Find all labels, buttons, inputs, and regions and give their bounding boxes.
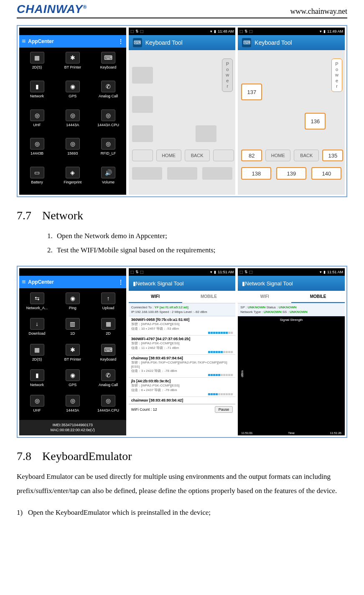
key-138[interactable]: 138 — [241, 167, 271, 180]
app-volume[interactable]: 🔊Volume — [90, 167, 126, 191]
app-2ds[interactable]: ▦2D(S) — [19, 344, 55, 364]
network-title-bar: ▮ Network Signal Tool — [129, 276, 236, 291]
app-network[interactable]: ▮Network — [19, 369, 55, 390]
key-slot[interactable] — [202, 167, 232, 180]
status-bar — [19, 28, 126, 35]
app-battery[interactable]: ▭Battery — [19, 167, 55, 191]
app-keyboard[interactable]: ⌨Keyboard — [90, 52, 126, 76]
key-slot[interactable] — [132, 67, 153, 84]
power-button[interactable]: Power — [331, 58, 342, 92]
section-7-8-paragraph: Keyboard Emulator can be used directly f… — [17, 470, 347, 498]
keyboard-title: Keyboard Tool — [145, 39, 183, 46]
key-135[interactable]: 135 — [322, 150, 343, 161]
key-slot[interactable] — [167, 167, 197, 180]
app-download[interactable]: ↓Download — [19, 318, 55, 338]
app-14443a[interactable]: ◎14443A — [55, 395, 90, 415]
key-136[interactable]: 136 — [305, 113, 326, 130]
app-grid: ⇆Network_A... ◉Ping ↑Upload ↓Download ▥1… — [19, 288, 126, 420]
key-slot[interactable] — [132, 167, 162, 180]
app-grid: ▦2D(S) ✱BT Printer ⌨Keyboard ▮Network ◉G… — [19, 48, 126, 195]
wifi-item[interactable]: chainway [38:83:45:97:84:64] 加密：[WPA-PSK… — [129, 355, 236, 378]
hamburger-icon[interactable]: ≡ — [22, 38, 25, 45]
keyboard-title-bar: ⌨ Keyboard Tool — [129, 35, 236, 50]
battery-icon: ▮ — [323, 29, 326, 33]
app-uhf[interactable]: ◎UHF — [19, 395, 55, 415]
wifi-list[interactable]: 360WiFi-0958 [f0:7b:cb:a1:51:60] 加密：[WPA… — [129, 316, 236, 404]
app-2ds[interactable]: ▦2D(S) — [19, 52, 55, 76]
power-button[interactable]: Power — [222, 58, 233, 92]
app-14443b[interactable]: ◎14443B — [19, 138, 55, 162]
keyboard-tool-empty: ⬚⇅⬚ ▾▮ 11:48 AM ⌨ Keyboard Tool Power HO… — [129, 28, 236, 195]
wifi-icon: ▾ — [320, 270, 322, 274]
app-14443acpu[interactable]: ◎14443A CPU — [90, 395, 126, 415]
app-analogcall[interactable]: ✆Analog Call — [90, 369, 126, 390]
wifi-connection-info: Connected To : YF [ac:f1:df:a5:12:a0] IP… — [129, 303, 236, 316]
step-item: Open the Network demo in Appcenter; — [54, 229, 347, 243]
key-slot[interactable] — [213, 150, 234, 161]
network-tabs: WIFI MOBILE — [129, 291, 236, 303]
overflow-icon[interactable]: ⋮ — [118, 38, 124, 45]
key-slot[interactable] — [132, 96, 153, 113]
wifi-item[interactable]: 360WiFi-0958 [f0:7b:cb:a1:51:60] 加密：[WPA… — [129, 316, 236, 336]
key-slot[interactable] — [132, 150, 153, 161]
keyboard-title-bar: ⌨ Keyboard Tool — [238, 35, 345, 50]
app-network[interactable]: ▮Network — [19, 81, 55, 104]
section-title: KeyboardEmulator — [42, 450, 132, 463]
app-keyboard[interactable]: ⌨Keyboard — [90, 344, 126, 364]
wifi-item[interactable]: jls [44:2b:03:8b:3e:8c] 加密：[WPA2-PSK-CCM… — [129, 378, 236, 397]
app-btprinter[interactable]: ✱BT Printer — [55, 344, 90, 364]
wifi-item[interactable]: chainwav [38:83:45:80:b6:42] — [129, 397, 236, 404]
app-fingerprint[interactable]: ◈Fingerprint — [55, 167, 90, 191]
tab-wifi[interactable]: WIFI — [129, 291, 182, 303]
section-number: 7.7 — [17, 209, 39, 222]
network-app-icon: ▮ — [133, 280, 136, 287]
app-ping[interactable]: ◉Ping — [55, 292, 90, 313]
app-analogcall[interactable]: ✆Analog Call — [90, 81, 126, 104]
appcenter-screenshot-2: ≡ AppCenter ⋮ ⇆Network_A... ◉Ping ↑Uploa… — [19, 268, 126, 435]
app-networka[interactable]: ⇆Network_A... — [19, 292, 55, 313]
pause-button[interactable]: Pause — [215, 406, 233, 413]
keyboard-tool-codes: ⬚⇅⬚ ▾▮ 11:49 AM ⌨ Keyboard Tool Power 13… — [238, 28, 345, 195]
wifi-footer: WiFi Count : 12 Pause — [129, 404, 236, 414]
back-button[interactable]: BACK — [185, 150, 210, 161]
appcenter-title: AppCenter — [28, 279, 53, 285]
keyboard-body: Power 137 136 82 HOME BACK 135 138 139 1… — [238, 50, 345, 195]
status-bar: ⬚⇅⬚ ▾▮ 11:49 AM — [238, 28, 345, 35]
tab-mobile[interactable]: MOBILE — [182, 291, 236, 303]
app-upload[interactable]: ↑Upload — [90, 292, 126, 313]
app-uhf[interactable]: ◎UHF — [19, 109, 55, 133]
app-14443acpu[interactable]: ◎14443A CPU — [90, 109, 126, 133]
key-140[interactable]: 140 — [311, 167, 341, 180]
key-137[interactable]: 137 — [241, 84, 262, 100]
key-slot[interactable] — [132, 125, 153, 142]
app-gps[interactable]: ◉GPS — [55, 369, 90, 390]
battery-icon: ▮ — [214, 270, 216, 274]
mac-text: MAC:00:08:22:00:42:0e(√) — [22, 427, 124, 433]
logo-text: CHAINWAY — [17, 3, 83, 15]
home-button[interactable]: HOME — [156, 150, 181, 161]
key-139[interactable]: 139 — [276, 167, 306, 180]
app-btprinter[interactable]: ✱BT Printer — [55, 52, 90, 76]
chart-xaxis: 11:51:01 Time 11:51:26 — [238, 431, 345, 435]
app-14443a[interactable]: ◎14443A — [55, 109, 90, 133]
key-slot[interactable] — [196, 125, 216, 142]
chart-body: dBm — [238, 323, 345, 431]
key-82[interactable]: 82 — [241, 150, 262, 161]
hamburger-icon[interactable]: ≡ — [22, 278, 25, 286]
app-2d[interactable]: ▦2D — [90, 318, 126, 338]
status-bar: ⬚⇅⬚ ▾▮ 11:51 AM — [238, 268, 345, 276]
imei-text: IMEI:353471044960173 — [22, 422, 124, 428]
app-15693[interactable]: ◎15693 — [55, 138, 90, 162]
app-rfidlf[interactable]: ◎RFID_LF — [90, 138, 126, 162]
tab-mobile[interactable]: MOBILE — [291, 291, 345, 303]
app-gps[interactable]: ◉GPS — [55, 81, 90, 104]
appcenter-title-bar: ≡ AppCenter ⋮ — [19, 35, 126, 48]
app-1d[interactable]: ▥1D — [55, 318, 90, 338]
wifi-icon: ▾ — [320, 29, 322, 33]
overflow-icon[interactable]: ⋮ — [118, 279, 124, 285]
mobile-status-info: SP : UNKNOWN Status : UNKNOWN Network Ty… — [238, 303, 345, 316]
back-button[interactable]: BACK — [294, 150, 319, 161]
home-button[interactable]: HOME — [265, 150, 290, 161]
wifi-item[interactable]: 360WiFi-4797 [64:27:37:05:b6:2b] 加密：[WPA… — [129, 336, 236, 355]
tab-wifi[interactable]: WIFI — [238, 291, 291, 303]
